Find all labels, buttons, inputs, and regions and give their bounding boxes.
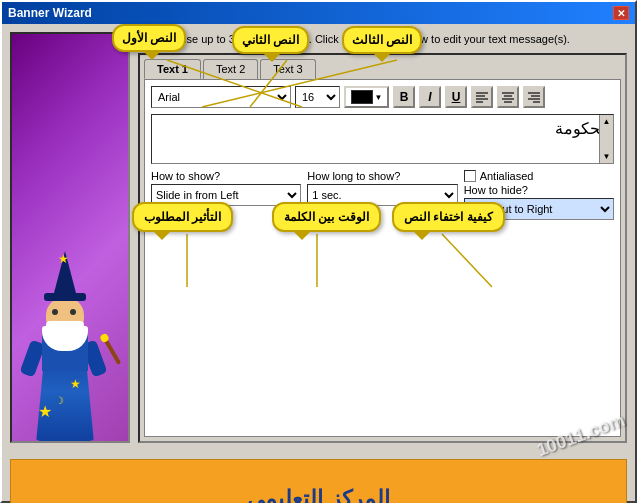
align-left-icon <box>475 90 489 104</box>
hide-label: How to hide? <box>464 184 614 196</box>
italic-button[interactable]: I <box>419 86 441 108</box>
tab-content: Arial 16 ▼ B I U <box>144 79 621 437</box>
callout-tab2: النص الثاني <box>232 26 309 54</box>
bold-button[interactable]: B <box>393 86 415 108</box>
callout-tab1: النص الأول <box>112 24 186 52</box>
align-right-icon <box>527 90 541 104</box>
antialiased-checkbox[interactable] <box>464 170 476 182</box>
callout-effect1: التأثير المطلوب <box>132 202 233 232</box>
callout-effect3: كيفية اختفاء النص <box>392 202 505 232</box>
scroll-up-icon[interactable]: ▲ <box>603 117 611 126</box>
right-panel: You can use up to 3 text messages. Click… <box>138 32 627 443</box>
antialiased-row: Antialiased <box>464 170 614 182</box>
duration-label: How long to show? <box>307 170 457 182</box>
close-button[interactable]: ✕ <box>613 6 629 20</box>
content-area: ★ ★ ☽ <box>2 24 635 451</box>
underline-button[interactable]: U <box>445 86 467 108</box>
size-select[interactable]: 16 <box>295 86 340 108</box>
preview-text: المركز التعليمي <box>247 486 389 503</box>
show-label: How to show? <box>151 170 301 182</box>
window-title: Banner Wizard <box>8 6 92 20</box>
text-scrollbar[interactable]: ▲ ▼ <box>599 115 613 163</box>
title-bar: Banner Wizard ✕ <box>2 2 635 24</box>
main-window: Banner Wizard ✕ النص الأول النص الثاني ا… <box>0 0 637 503</box>
color-swatch <box>351 90 373 104</box>
align-right-button[interactable] <box>523 86 545 108</box>
align-left-button[interactable] <box>471 86 493 108</box>
preview-area: المركز التعليمي <box>10 459 627 503</box>
text-content: الحكومة <box>156 119 609 138</box>
align-center-icon <box>501 90 515 104</box>
align-center-button[interactable] <box>497 86 519 108</box>
wizard-image-panel: ★ ★ ☽ <box>10 32 130 443</box>
tabs-container: Text 1 Text 2 Text 3 Arial 16 <box>138 53 627 443</box>
show-effect-group: How to show? Slide in from Left <box>151 170 301 206</box>
callout-tab3: النص الثالث <box>342 26 422 54</box>
callout-effect2: الوقت بين الكلمة <box>272 202 381 232</box>
scroll-down-icon[interactable]: ▼ <box>603 152 611 161</box>
antialiased-label: Antialiased <box>480 170 534 182</box>
wizard-figure: ★ ★ ☽ <box>25 311 115 441</box>
font-toolbar-row: Arial 16 ▼ B I U <box>151 86 614 108</box>
color-arrow-icon: ▼ <box>375 93 383 102</box>
color-picker-button[interactable]: ▼ <box>344 86 389 108</box>
tab-text2[interactable]: Text 2 <box>203 59 258 79</box>
font-select[interactable]: Arial <box>151 86 291 108</box>
duration-effect-group: How long to show? 1 sec. <box>307 170 457 206</box>
text-input-area[interactable]: الحكومة ▲ ▼ <box>151 114 614 164</box>
